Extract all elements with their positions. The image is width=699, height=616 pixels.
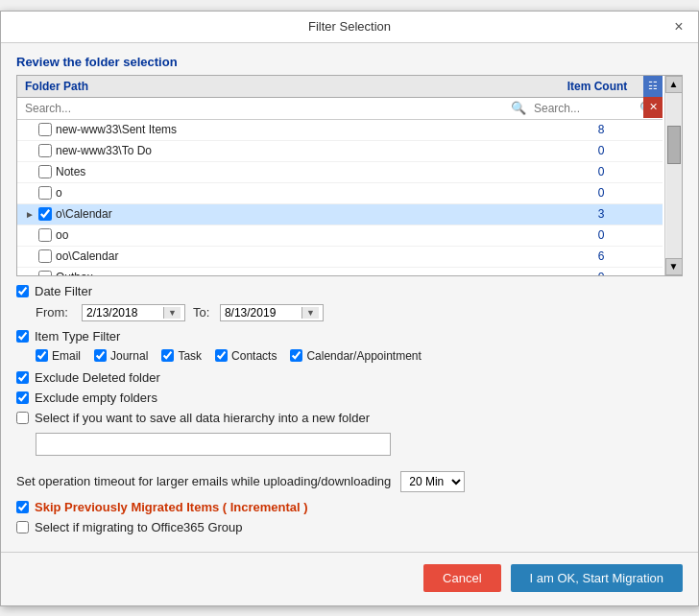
clear-icon[interactable]: ✕ <box>643 97 663 118</box>
skip-migration-checkbox[interactable] <box>16 501 29 513</box>
calendar-checkbox[interactable] <box>290 349 302 362</box>
exclude-empty-row: Exclude empty folders <box>16 391 683 405</box>
from-date-group: ▼ <box>82 304 185 321</box>
from-label: From: <box>36 305 74 320</box>
folder-count: 3 <box>543 207 659 221</box>
folder-name: Outbox <box>56 271 543 275</box>
folder-table-header: Folder Path Item Count <box>17 76 663 98</box>
table-row: oo\Calendar 6 <box>17 247 663 268</box>
scroll-up-btn[interactable]: ▲ <box>665 76 683 93</box>
col-count-header: Item Count <box>540 80 655 93</box>
calendar-check-group: Calendar/Appointment <box>290 349 421 363</box>
filter-icon[interactable]: ☷ <box>643 76 663 97</box>
folder-count: 0 <box>543 228 659 242</box>
row-checkbox[interactable] <box>38 186 52 200</box>
to-label: To: <box>193 305 212 320</box>
row-checkbox[interactable] <box>38 249 52 263</box>
folder-name: new-www33\To Do <box>56 144 543 157</box>
folder-search-icon[interactable]: 🔍 <box>507 101 530 115</box>
journal-checkbox[interactable] <box>94 349 107 362</box>
timeout-row: Set operation timeout for larger emails … <box>16 471 683 492</box>
folder-name: new-www33\Sent Items <box>56 123 543 136</box>
to-date-input[interactable] <box>225 306 301 320</box>
skip-migration-label[interactable]: Skip Previously Migrated Items ( Increme… <box>35 500 308 514</box>
close-button[interactable]: × <box>669 17 688 36</box>
ok-button[interactable]: I am OK, Start Migration <box>511 564 683 592</box>
folder-count: 0 <box>543 165 659 178</box>
office365-checkbox[interactable] <box>16 521 29 533</box>
contacts-label[interactable]: Contacts <box>231 349 277 363</box>
email-check-group: Email <box>36 349 81 363</box>
folder-count: 0 <box>543 271 659 275</box>
table-row-selected: ► o\Calendar 3 <box>17 204 663 225</box>
row-checkbox[interactable] <box>38 207 52 221</box>
table-row: new-www33\To Do 0 <box>17 141 663 162</box>
exclude-deleted-label[interactable]: Exclude Deleted folder <box>35 370 160 385</box>
task-checkbox[interactable] <box>161 349 174 362</box>
main-window: Filter Selection × Review the folder sel… <box>0 11 699 606</box>
item-type-filter-label[interactable]: Item Type Filter <box>35 329 120 344</box>
save-hierarchy-checkbox[interactable] <box>16 412 29 424</box>
date-filter-checkbox[interactable] <box>16 285 29 297</box>
table-row: oo 0 <box>17 225 663 247</box>
item-type-filter-section: Item Type Filter Email Journal Task Con <box>16 329 683 363</box>
header-icons: ☷ ✕ <box>643 76 663 118</box>
count-search-input[interactable] <box>530 100 636 117</box>
contacts-checkbox[interactable] <box>215 349 228 362</box>
email-label[interactable]: Email <box>52 349 81 363</box>
table-row: o 0 <box>17 183 663 204</box>
expand-icon[interactable]: ► <box>25 209 38 220</box>
folder-table-inner: Folder Path Item Count 🔍 🔍 new-www33\Sen… <box>17 76 663 275</box>
folder-count: 8 <box>543 123 659 136</box>
from-date-input[interactable] <box>86 306 163 320</box>
exclude-empty-label[interactable]: Exclude empty folders <box>35 391 157 405</box>
date-filter-section: Date Filter From: ▼ To: ▼ <box>16 284 683 321</box>
folder-count: 6 <box>543 249 659 263</box>
calendar-label[interactable]: Calendar/Appointment <box>306 349 421 363</box>
save-hierarchy-input[interactable] <box>36 433 391 456</box>
exclude-deleted-checkbox[interactable] <box>16 371 29 384</box>
section-label: Review the folder selection <box>16 55 683 69</box>
table-row: Notes 0 <box>17 162 663 183</box>
journal-label[interactable]: Journal <box>110 349 148 363</box>
folder-name: oo\Calendar <box>56 249 543 263</box>
timeout-select[interactable]: 5 Min 10 Min 20 Min 30 Min 60 Min <box>400 471 465 492</box>
scroll-track[interactable] <box>666 93 682 258</box>
row-checkbox[interactable] <box>38 123 52 136</box>
scrollbar[interactable]: ▲ ▼ <box>664 76 682 275</box>
contacts-check-group: Contacts <box>215 349 277 363</box>
date-filter-label[interactable]: Date Filter <box>35 284 92 298</box>
row-checkbox[interactable] <box>38 165 52 178</box>
journal-check-group: Journal <box>94 349 148 363</box>
folder-name: oo <box>56 228 543 242</box>
from-date-dropdown[interactable]: ▼ <box>163 307 181 319</box>
to-date-dropdown[interactable]: ▼ <box>301 307 319 319</box>
task-check-group: Task <box>161 349 202 363</box>
save-hierarchy-label[interactable]: Select if you want to save all data hier… <box>35 411 370 425</box>
title-bar: Filter Selection × <box>1 12 698 43</box>
cancel-button[interactable]: Cancel <box>423 564 500 592</box>
row-checkbox[interactable] <box>38 144 52 157</box>
item-type-checkbox-row: Item Type Filter <box>16 329 683 344</box>
folder-name: o <box>56 186 543 200</box>
date-row: From: ▼ To: ▼ <box>36 304 683 321</box>
scroll-thumb[interactable] <box>667 126 681 164</box>
task-label[interactable]: Task <box>178 349 202 363</box>
email-checkbox[interactable] <box>36 349 48 362</box>
folder-search-input[interactable] <box>21 100 507 117</box>
folder-table-container: Folder Path Item Count 🔍 🔍 new-www33\Sen… <box>16 75 683 276</box>
folder-name: o\Calendar <box>56 207 543 221</box>
item-type-filter-checkbox[interactable] <box>16 330 29 343</box>
save-hierarchy-row: Select if you want to save all data hier… <box>16 411 683 425</box>
folder-rows: new-www33\Sent Items 8 new-www33\To Do 0… <box>17 120 663 275</box>
scroll-down-btn[interactable]: ▼ <box>665 258 683 275</box>
folder-count: 0 <box>543 144 659 157</box>
exclude-empty-checkbox[interactable] <box>16 391 29 404</box>
exclude-deleted-row: Exclude Deleted folder <box>16 370 683 385</box>
skip-migration-row: Skip Previously Migrated Items ( Increme… <box>16 500 683 514</box>
row-checkbox[interactable] <box>38 228 52 242</box>
office365-label[interactable]: Select if migrating to Office365 Group <box>35 520 243 534</box>
window-title: Filter Selection <box>30 19 669 34</box>
window-body: Review the folder selection Folder Path … <box>1 43 698 552</box>
row-checkbox[interactable] <box>38 271 52 275</box>
